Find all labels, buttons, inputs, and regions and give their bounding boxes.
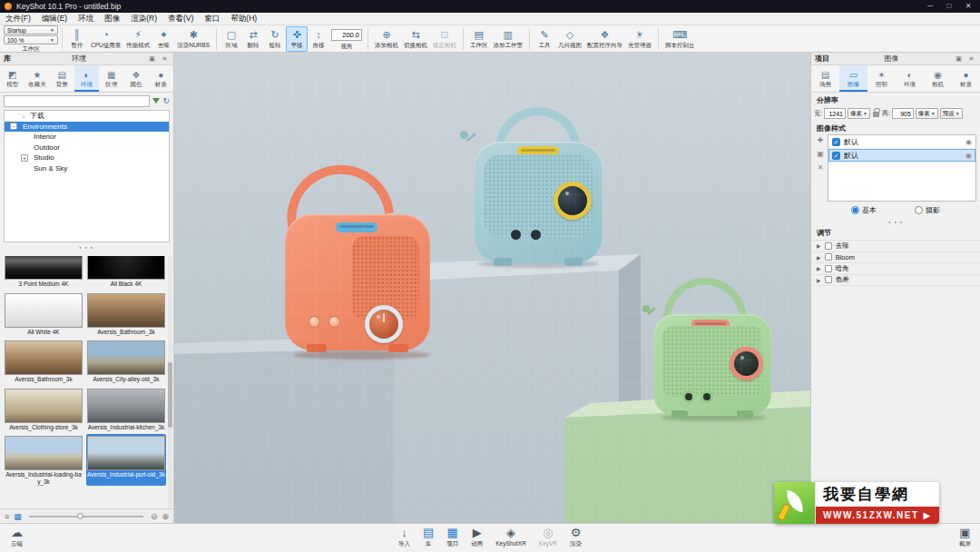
denoise-button[interactable]: ✦ 去噪 [152, 26, 174, 52]
environment-thumbnail[interactable]: Aversis_Industrial-loading-bay_3k [4, 434, 83, 486]
maximize-button[interactable] [942, 0, 956, 13]
refresh-icon[interactable]: ↻ [162, 97, 170, 105]
tab-favorites[interactable]: ★ 收藏夹 [24, 65, 49, 92]
keyshotxr-button[interactable]: ◈ KeyShotXR [495, 527, 526, 547]
menu-item[interactable]: 图像 [99, 13, 125, 25]
adjustment-row[interactable]: ▶ 色差 [811, 275, 980, 287]
keyvr-button[interactable]: ◎ KeyVR [539, 527, 557, 547]
adjustment-row[interactable]: ▶ Bloom [811, 252, 980, 264]
style-checkbox[interactable] [832, 152, 840, 160]
rotate-button[interactable]: ↻ 旋转 [264, 26, 286, 52]
environment-thumbnail[interactable]: Aversis_Industrial-kitchen_3k [86, 387, 166, 432]
environment-thumbnail[interactable]: Aversis_Bathroom_3k [86, 291, 166, 337]
tab-material[interactable]: ● 材质 [952, 65, 980, 92]
region-button[interactable]: ▢ 区域 [220, 26, 242, 52]
tab-environments[interactable]: ◐ 环境 [74, 65, 99, 92]
expand-arrow-icon[interactable]: ▶ [817, 254, 821, 261]
width-input[interactable] [824, 108, 846, 119]
render-viewport[interactable] [174, 53, 810, 523]
cloud-button[interactable]: ☁ 云端 [11, 527, 23, 547]
tab-textures[interactable]: ▦ 纹理 [99, 65, 123, 92]
adjustment-checkbox[interactable] [825, 265, 832, 272]
environment-thumbnail[interactable]: Aversis_City-alley-old_3k [86, 339, 166, 384]
tab-image[interactable]: ▭ 图像 [839, 65, 867, 92]
performance-mode-button[interactable]: ⚡ 性能模式 [123, 26, 152, 52]
image-style-item[interactable]: 默认 ◉ [828, 135, 975, 149]
tab-backplates[interactable]: ▤ 背景 [50, 65, 74, 92]
animation-button[interactable]: ▶ 动画 [471, 527, 483, 547]
tab-models[interactable]: ◩ 模型 [0, 65, 24, 92]
script-console-button[interactable]: ⌨ 脚本控制台 [662, 26, 698, 52]
light-manager-button[interactable]: ☀ 光管理器 [625, 26, 654, 52]
tab-environment[interactable]: ◐ 环境 [896, 65, 924, 92]
pan-button[interactable]: ✜ 平移 [286, 26, 308, 52]
adjustment-checkbox[interactable] [825, 242, 832, 250]
environment-thumbnail[interactable]: Aversis_Clothing-store_3k [4, 387, 83, 432]
environment-thumbnail[interactable]: Aversis_Bathroom_3k [4, 339, 83, 384]
tree-item[interactable]: + Studio [5, 153, 169, 163]
list-view-icon[interactable]: ≡ [5, 512, 9, 521]
menu-item[interactable]: 窗口 [199, 13, 225, 25]
tools-button[interactable]: ✎ 工具 [534, 26, 555, 52]
panel-splitter[interactable] [0, 243, 173, 251]
lock-camera-button[interactable]: ⊡ 锁定相机 [430, 26, 459, 52]
mode-basic-option[interactable]: 基本 [851, 205, 877, 215]
pin-icon[interactable] [954, 55, 964, 63]
tab-camera[interactable]: ◉ 相机 [924, 65, 952, 92]
pause-button[interactable]: ║ 暂停 [66, 26, 88, 52]
search-input[interactable] [4, 95, 150, 107]
geometry-view-button[interactable]: ◇ 几何视图 [555, 26, 584, 52]
adjustment-checkbox[interactable] [825, 253, 832, 261]
add-camera-button[interactable]: ⊕ 添加相机 [372, 26, 401, 52]
add-image-style-icon[interactable]: ✚ [818, 136, 824, 144]
zoom-in-icon[interactable]: ⊕ [162, 512, 169, 521]
tree-item[interactable]: Sun & Sky [5, 163, 169, 174]
close-icon[interactable] [160, 55, 170, 63]
expand-arrow-icon[interactable]: ▶ [817, 242, 821, 249]
library-button[interactable]: ▤ 库 [423, 527, 434, 547]
switch-camera-button[interactable]: ⇆ 切换相机 [401, 26, 430, 52]
tree-item[interactable]: ↓ 下载 [5, 111, 169, 122]
environment-thumbnail[interactable]: All Black 4K [86, 256, 166, 289]
workspace-button[interactable]: ▤ 工作区 [467, 26, 491, 52]
tree-item[interactable]: Interior [5, 132, 169, 143]
render-button[interactable]: ⚙ 渲染 [570, 527, 582, 547]
environment-thumbnail[interactable]: 3 Point Medium 4K [4, 256, 83, 289]
zoom-level-select[interactable]: 100 %▼ [4, 35, 58, 44]
environment-thumbnail[interactable]: All White 4K [4, 291, 83, 337]
adjustment-row[interactable]: ▶ 去噪 [811, 241, 980, 252]
environment-thumbnail[interactable]: Aversis_Industrial-port-old_3k [86, 434, 166, 486]
flip-button[interactable]: ⇄ 翻转 [242, 26, 264, 52]
expand-arrow-icon[interactable]: ▶ [817, 265, 821, 271]
tab-scene[interactable]: ▤ 场景 [811, 65, 839, 92]
image-style-item[interactable]: 默认 ◉ [828, 149, 975, 163]
width-unit-select[interactable]: 像素▼ [848, 108, 870, 119]
adjustment-checkbox[interactable] [825, 276, 832, 283]
minimize-button[interactable] [923, 0, 937, 13]
zoom-out-icon[interactable]: ⊖ [151, 512, 158, 521]
import-button[interactable]: ↓ 导入 [398, 527, 410, 547]
tab-materials[interactable]: ● 材质 [149, 65, 173, 92]
tab-colors[interactable]: ❖ 颜色 [123, 65, 148, 92]
menu-item[interactable]: 文件(F) [0, 13, 36, 25]
thumbnail-scrollbar[interactable] [168, 256, 172, 508]
fov-input[interactable] [331, 29, 362, 41]
tab-lighting[interactable]: ✶ 照明 [867, 65, 896, 92]
screenshot-button[interactable]: ▣ 截屏 [959, 527, 971, 547]
menu-item[interactable]: 环境 [73, 13, 99, 25]
menu-item[interactable]: 渲染(R) [125, 13, 162, 25]
grid-view-icon[interactable]: ▦ [14, 512, 22, 521]
close-button[interactable] [961, 0, 975, 13]
preset-select[interactable]: 预设▼ [940, 108, 963, 119]
project-button[interactable]: ▦ 项目 [446, 527, 458, 547]
startup-workspace-select[interactable]: Startup▼ [4, 25, 58, 34]
lock-aspect-icon[interactable] [873, 112, 879, 117]
cpu-usage-button[interactable]: ◔ CPU使用量 [88, 26, 123, 52]
filter-icon[interactable] [152, 98, 160, 104]
menu-item[interactable]: 查看(V) [162, 13, 199, 25]
pin-icon[interactable] [147, 55, 157, 63]
menu-item[interactable]: 帮助(H) [225, 13, 262, 25]
style-checkbox[interactable] [832, 138, 840, 146]
tree-item[interactable]: − Environments [5, 122, 169, 133]
height-input[interactable] [892, 108, 914, 119]
